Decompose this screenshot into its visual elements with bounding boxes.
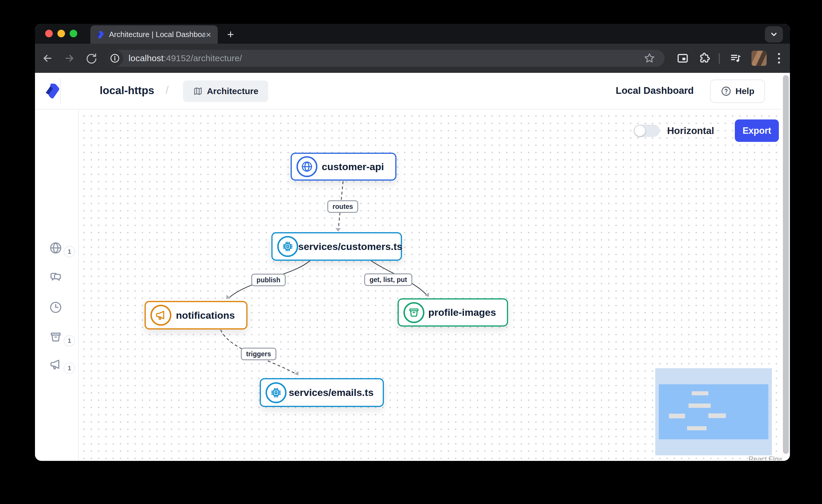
edge-label-triggers[interactable]: triggers <box>241 348 276 360</box>
node-customer-api[interactable]: customer-api <box>291 153 396 181</box>
node-label: services/emails.ts <box>287 387 383 398</box>
toggle-knob <box>635 126 645 136</box>
horizontal-toggle[interactable] <box>634 125 660 137</box>
node-profile-images[interactable]: profile-images <box>398 298 508 327</box>
globe-icon <box>49 241 62 255</box>
node-label: profile-images <box>424 307 507 318</box>
node-services-emails[interactable]: services/emails.ts <box>260 378 384 407</box>
minimize-window-button[interactable] <box>57 30 65 37</box>
edge-label-get-list-put[interactable]: get, list, put <box>364 274 412 286</box>
sidebar-item-storage[interactable]: 1 <box>35 330 79 348</box>
edge-label-publish[interactable]: publish <box>251 274 286 286</box>
header-divider <box>60 78 61 104</box>
fullscreen-window-button[interactable] <box>70 30 77 37</box>
tab-search-button[interactable] <box>765 26 783 43</box>
globe-icon <box>297 156 318 177</box>
cpu-icon <box>277 236 298 257</box>
scrollbar-thumb[interactable] <box>783 75 789 454</box>
close-window-button[interactable] <box>45 30 53 37</box>
sidebar: 1 <box>35 110 79 460</box>
address-bar[interactable]: localhost:49152/architecture/ <box>106 50 665 67</box>
megaphone-icon <box>49 358 62 371</box>
encore-favicon-icon <box>95 30 105 40</box>
minimap-node <box>669 414 685 418</box>
megaphone-icon <box>150 305 171 326</box>
clock-icon <box>49 301 62 314</box>
media-controls-icon[interactable] <box>729 52 742 65</box>
back-icon[interactable] <box>42 52 53 64</box>
bookmark-star-icon[interactable] <box>643 52 656 65</box>
layout-toggle-group: Horizontal <box>634 119 714 142</box>
profile-avatar[interactable] <box>752 51 767 66</box>
architecture-nav-label: Architecture <box>207 86 259 96</box>
storage-badge: 1 <box>63 335 75 347</box>
sidebar-item-topics[interactable]: 1 <box>35 358 79 375</box>
forward-icon[interactable] <box>63 52 75 64</box>
node-label: customer-api <box>318 161 395 172</box>
sidebar-item-requests[interactable] <box>35 270 79 288</box>
titlebar: Architecture | Local Dashboar × + <box>35 24 790 44</box>
minimap[interactable] <box>655 368 772 455</box>
reload-icon[interactable] <box>85 52 97 64</box>
minimap-node <box>687 426 707 430</box>
horizontal-toggle-label: Horizontal <box>667 125 714 136</box>
minimap-node <box>689 403 711 408</box>
chat-icon <box>49 270 62 284</box>
edge-label-routes[interactable]: routes <box>327 200 358 213</box>
new-tab-button[interactable]: + <box>224 28 237 41</box>
bucket-icon <box>403 302 424 323</box>
topics-badge: 1 <box>63 362 75 374</box>
minimap-node <box>708 413 726 418</box>
help-button[interactable]: Help <box>710 80 765 103</box>
tab-title: Architecture | Local Dashboar <box>109 30 205 39</box>
site-info-icon[interactable] <box>106 50 123 67</box>
apis-badge: 1 <box>63 246 75 258</box>
toolbar-divider <box>719 53 720 64</box>
browser-menu-icon[interactable] <box>775 51 782 65</box>
app-name[interactable]: local-https <box>100 84 154 97</box>
minimap-viewport[interactable] <box>659 384 768 439</box>
reading-mode-icon[interactable] <box>676 52 689 65</box>
node-notifications[interactable]: notifications <box>144 301 248 329</box>
tab-close-icon[interactable]: × <box>206 30 211 39</box>
chevron-down-icon <box>770 30 778 39</box>
minimap-node <box>692 391 708 395</box>
breadcrumb-separator: / <box>165 84 169 96</box>
node-services-customers[interactable]: services/customers.ts <box>271 232 402 261</box>
node-label: notifications <box>171 310 246 321</box>
sidebar-item-apis[interactable]: 1 <box>35 241 79 259</box>
architecture-nav-button[interactable]: Architecture <box>183 80 268 102</box>
browser-tab[interactable]: Architecture | Local Dashboar × <box>90 25 218 44</box>
browser-toolbar: localhost:49152/architecture/ <box>35 44 790 73</box>
bucket-icon <box>49 330 62 344</box>
app-header: local-https / Architecture Local Dashboa… <box>35 73 790 110</box>
extensions-icon[interactable] <box>698 52 711 65</box>
map-icon <box>193 86 203 96</box>
environment-label: Local Dashboard <box>615 85 694 96</box>
url-text: localhost:49152/architecture/ <box>128 53 242 63</box>
encore-logo-icon <box>44 82 61 100</box>
sidebar-item-traces[interactable] <box>35 301 79 318</box>
help-label: Help <box>735 86 754 96</box>
node-label: services/customers.ts <box>298 241 409 252</box>
cpu-icon <box>266 382 287 403</box>
export-button[interactable]: Export <box>735 119 779 142</box>
react-flow-attribution[interactable]: React Flow <box>749 455 784 460</box>
question-circle-icon <box>721 86 732 97</box>
architecture-canvas[interactable]: customer-api services/customers.ts notif… <box>79 110 790 460</box>
browser-window: Architecture | Local Dashboar × + <box>35 24 790 461</box>
